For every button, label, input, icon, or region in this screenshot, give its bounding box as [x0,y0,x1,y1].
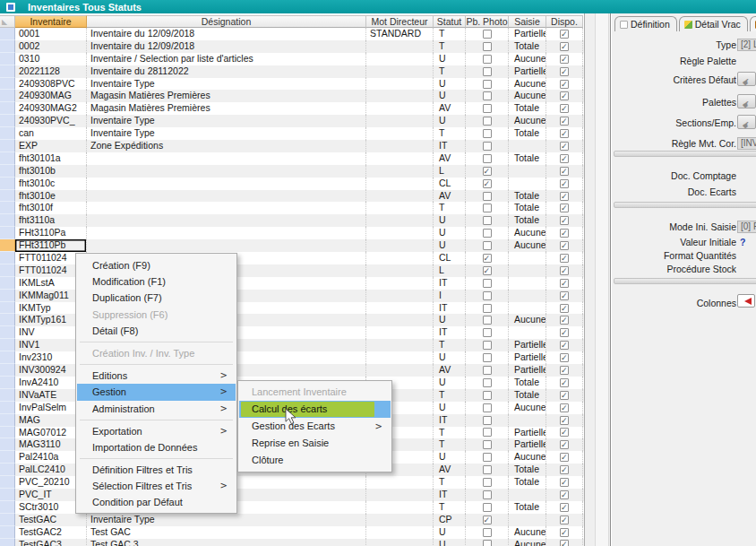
checkbox-dispo[interactable] [560,55,569,64]
checkbox-dispo[interactable] [560,440,569,449]
cell-mot_directeur[interactable] [366,102,434,115]
row-header[interactable] [0,326,15,339]
menu-item[interactable]: Sélection Filtres et Tris> [77,478,236,494]
checkbox-dispo[interactable] [560,179,569,188]
table-row[interactable]: TestGAC2Test GACUAucune [0,526,584,539]
cell-dispo[interactable] [546,214,583,227]
checkbox-pb_photo[interactable] [483,167,492,176]
cell-saisie[interactable]: Aucune [509,539,546,546]
cell-dispo[interactable] [546,326,583,339]
checkbox-dispo[interactable] [560,378,569,387]
cell-dispo[interactable] [546,239,583,252]
cell-inventaire[interactable]: 240930PVC_ [15,115,87,127]
cell-saisie[interactable]: Aucune [509,239,546,252]
row-header[interactable] [0,127,15,140]
table-row[interactable]: fht30101aAVTotale [0,152,584,165]
checkbox-pb_photo[interactable] [483,341,492,350]
cell-pb_photo[interactable] [466,40,509,53]
cell-dispo[interactable] [546,351,583,364]
cell-statut[interactable]: T [434,65,466,78]
column-header-designation[interactable]: Désignation [87,15,366,28]
menu-item[interactable]: Suppression (F6) [77,307,236,323]
row-header[interactable] [0,190,15,203]
cell-saisie[interactable]: Partielle [509,28,546,40]
cell-saisie[interactable]: Aucune [509,526,546,539]
cell-saisie[interactable]: Totale [509,102,546,115]
table-row[interactable]: FHt3110PbUAucune [0,239,584,252]
cell-pb_photo[interactable] [466,277,509,290]
menu-item[interactable]: Gestion> [77,384,236,400]
table-row[interactable]: 20221128Inventaire du 28112022TPartielle [0,65,584,78]
checkbox-dispo[interactable] [560,503,569,512]
checkbox-pb_photo[interactable] [483,440,492,449]
cell-pb_photo[interactable] [466,252,509,264]
cell-saisie[interactable]: Partielle [509,427,546,439]
cell-dispo[interactable] [546,165,583,178]
checkbox-pb_photo[interactable] [483,516,492,524]
tab-detail[interactable]: D [750,16,756,31]
mode-ini-saisie-field[interactable]: [0] P [737,221,756,233]
table-row[interactable]: 0002Inventaire du 12/09/2018TTotale [0,40,584,53]
cell-saisie[interactable] [509,326,546,339]
sections-emp-button[interactable]: ☛ [737,115,756,129]
criteres-defaut-button[interactable]: ☛ [737,72,756,86]
checkbox-dispo[interactable] [560,104,569,113]
checkbox-pb_photo[interactable] [483,391,492,400]
cell-dispo[interactable] [546,202,583,214]
cell-dispo[interactable] [546,115,583,127]
row-header[interactable] [0,165,15,178]
cell-designation[interactable]: Test GAC 3 [87,539,366,546]
cell-statut[interactable]: U [434,239,466,252]
cell-inventaire[interactable]: fht30101a [15,152,87,165]
row-header[interactable] [0,102,15,115]
cell-saisie[interactable]: Partielle [509,438,546,451]
row-header[interactable] [0,389,15,402]
cell-pb_photo[interactable] [466,427,509,439]
checkbox-dispo[interactable] [560,67,569,76]
cell-dispo[interactable] [546,377,583,389]
table-row[interactable]: 240930PVC_Inventaire TypeUAucune [0,115,584,127]
cell-pb_photo[interactable] [466,489,509,501]
cell-dispo[interactable] [546,302,583,315]
checkbox-dispo[interactable] [560,416,569,425]
cell-mot_directeur[interactable] [366,351,434,364]
checkbox-pb_photo[interactable] [483,229,492,238]
cell-saisie[interactable]: Totale [509,127,546,140]
cell-saisie[interactable]: Aucune [509,451,546,464]
cell-dispo[interactable] [546,127,583,140]
cell-inventaire[interactable]: TestGAC3 [15,539,87,546]
cell-inventaire[interactable]: fht3010c [15,178,87,190]
row-header[interactable] [0,65,15,78]
cell-designation[interactable]: Magasin Matières Premières [87,102,366,115]
cell-dispo[interactable] [546,427,583,439]
checkbox-pb_photo[interactable] [483,291,492,300]
cell-saisie[interactable] [509,514,546,526]
cell-pb_photo[interactable] [466,227,509,239]
row-header[interactable] [0,178,15,190]
checkbox-dispo[interactable] [560,341,569,350]
checkbox-dispo[interactable] [560,266,569,275]
menu-item[interactable]: Clôture [239,452,391,469]
cell-inventaire[interactable]: 20221128 [15,65,87,78]
cell-statut[interactable]: U [434,90,466,102]
cell-mot_directeur[interactable] [366,364,434,377]
cell-dispo[interactable] [546,539,583,546]
cell-mot_directeur[interactable] [366,239,434,252]
row-header[interactable] [0,152,15,165]
cell-saisie[interactable] [509,302,546,315]
cell-pb_photo[interactable] [466,165,509,178]
cell-dispo[interactable] [546,227,583,239]
checkbox-dispo[interactable] [560,279,569,288]
checkbox-pb_photo[interactable] [483,179,492,188]
checkbox-dispo[interactable] [560,30,569,39]
cell-mot_directeur[interactable] [366,326,434,339]
cell-saisie[interactable] [509,489,546,501]
cell-pb_photo[interactable] [466,526,509,539]
cell-designation[interactable] [87,190,366,203]
cell-inventaire[interactable]: fht3110a [15,214,87,227]
cell-saisie[interactable]: Partielle [509,364,546,377]
cell-inventaire[interactable]: 0310 [15,53,87,65]
checkbox-pb_photo[interactable] [483,304,492,313]
cell-pb_photo[interactable] [466,389,509,402]
row-header[interactable] [0,476,15,489]
